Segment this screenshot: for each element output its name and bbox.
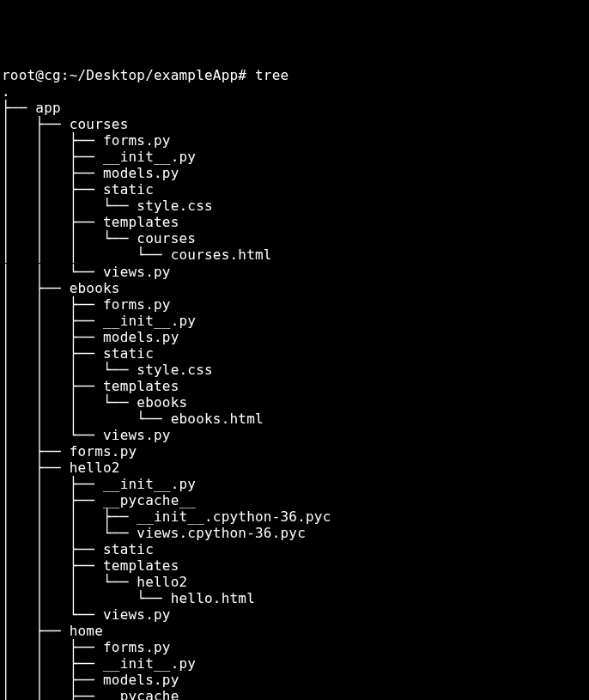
terminal-output: root@cg:~/Desktop/exampleApp# tree . ├──…	[2, 67, 589, 700]
command-text[interactable]: tree	[255, 67, 288, 83]
shell-prompt: root@cg:~/Desktop/exampleApp# tree	[2, 67, 288, 83]
prompt-text: root@cg:~/Desktop/exampleApp#	[2, 67, 255, 83]
tree-output: . ├── app │ ├── courses │ │ ├── forms.py…	[2, 83, 589, 700]
